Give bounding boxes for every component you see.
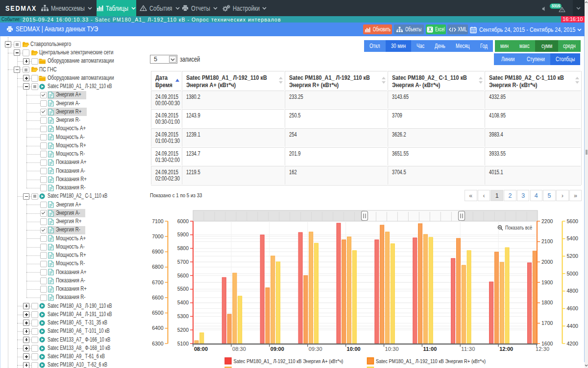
svg-text:2200: 2200 [541,218,553,224]
svg-text:08:30: 08:30 [232,346,246,352]
svg-text:11:00: 11:00 [423,346,437,352]
svg-text:Satec PM180_A1_ Л-192_110 кВ Э: Satec PM180_A1_ Л-192_110 кВ Энергия A+ … [234,358,343,364]
svg-text:4400: 4400 [567,323,579,329]
svg-text:5100: 5100 [177,341,189,346]
svg-text:6400: 6400 [152,325,164,331]
svg-text:6500: 6500 [152,310,164,316]
svg-text:11:30: 11:30 [461,346,475,352]
svg-text:6800: 6800 [152,264,164,270]
svg-text:7000: 7000 [152,233,164,239]
svg-text:5200: 5200 [177,327,189,333]
svg-text:5000: 5000 [567,271,579,276]
svg-text:09:30: 09:30 [309,346,322,352]
svg-text:Показать всё: Показать всё [505,225,532,230]
svg-text:5600: 5600 [177,273,189,278]
svg-text:5400: 5400 [567,235,579,241]
svg-text:5700: 5700 [177,259,189,265]
svg-text:5300: 5300 [177,313,189,319]
svg-text:10:00: 10:00 [347,346,361,352]
svg-text:4600: 4600 [567,305,579,311]
svg-text:6900: 6900 [152,249,164,254]
svg-text:4800: 4800 [567,288,579,294]
svg-text:10:30: 10:30 [385,346,399,352]
svg-text:X: X [428,27,432,32]
svg-text:Satec PM180_A1_ Л-192_110 кВ Э: Satec PM180_A1_ Л-192_110 кВ Энергия R+ … [376,358,486,364]
svg-text:2000: 2000 [541,259,553,265]
svg-text:1600: 1600 [541,341,553,346]
svg-text:5900: 5900 [177,231,189,237]
svg-text:5200: 5200 [567,253,579,259]
svg-text:1800: 1800 [541,299,553,305]
svg-text:09:00: 09:00 [270,346,284,352]
svg-text:12:30: 12:30 [536,346,549,352]
svg-text:1900: 1900 [541,279,553,285]
svg-text:6300: 6300 [152,341,164,346]
svg-text:7100: 7100 [152,218,164,224]
svg-text:5400: 5400 [177,299,189,305]
svg-text:4200: 4200 [567,341,579,346]
svg-text:5600: 5600 [567,218,579,224]
svg-text:5800: 5800 [177,245,189,251]
svg-text:6000: 6000 [177,218,189,224]
svg-text:08:00: 08:00 [194,346,208,352]
svg-text:2100: 2100 [541,238,553,244]
svg-text:1700: 1700 [541,320,553,326]
svg-text:5500: 5500 [177,286,189,292]
svg-text:6700: 6700 [152,279,164,285]
svg-text:6600: 6600 [152,295,164,300]
svg-text:12:00: 12:00 [499,346,513,352]
